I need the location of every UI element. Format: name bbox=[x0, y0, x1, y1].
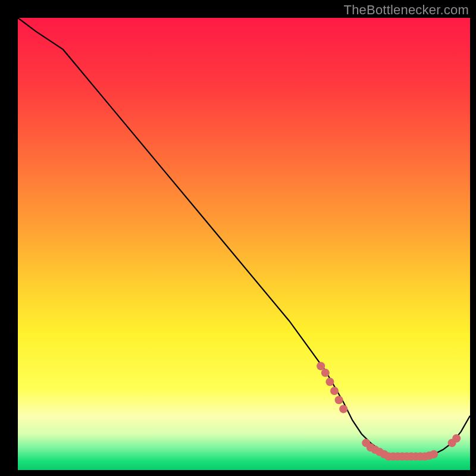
chart-container: { "attribution": "TheBottlenecker.com", … bbox=[0, 0, 476, 476]
bottleneck-curve-plot bbox=[0, 0, 476, 476]
data-marker bbox=[452, 434, 461, 443]
data-marker bbox=[321, 369, 330, 377]
data-marker bbox=[339, 405, 347, 413]
data-marker bbox=[317, 362, 325, 370]
attribution-label: TheBottlenecker.com bbox=[344, 2, 469, 18]
data-marker bbox=[330, 387, 339, 395]
data-marker bbox=[430, 450, 438, 458]
gradient-background bbox=[18, 18, 470, 470]
data-marker bbox=[335, 396, 343, 404]
data-marker bbox=[325, 378, 334, 386]
